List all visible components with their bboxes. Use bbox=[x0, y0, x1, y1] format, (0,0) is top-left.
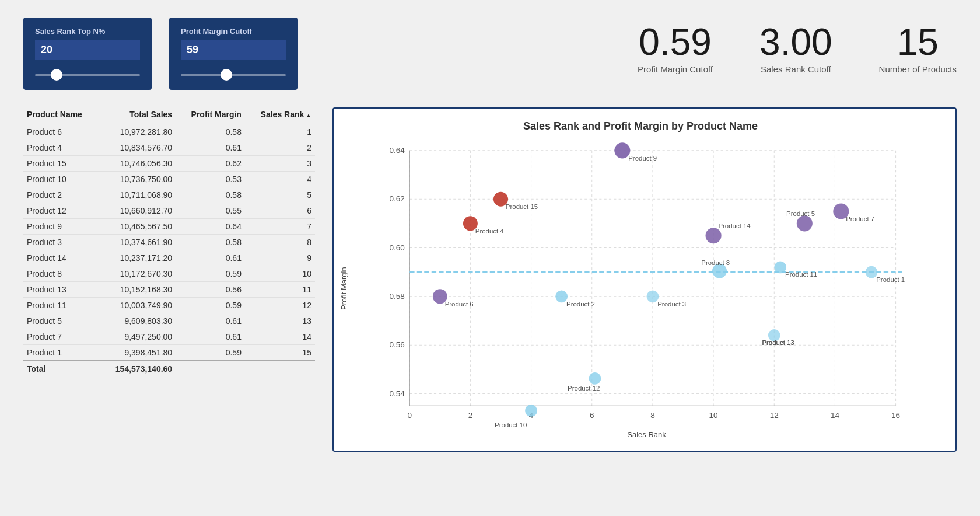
main-section: Product Name Total Sales Profit Margin S… bbox=[23, 107, 957, 452]
profit-margin-thumb[interactable] bbox=[220, 69, 232, 81]
kpi-num-products: 15 Number of Products bbox=[879, 23, 957, 74]
point-product14[interactable] bbox=[706, 228, 722, 243]
cell-product-name: Product 9 bbox=[23, 219, 99, 235]
col-profit-margin[interactable]: Profit Margin bbox=[176, 107, 245, 124]
col-product-name[interactable]: Product Name bbox=[23, 107, 99, 124]
cell-sales-rank: 9 bbox=[245, 250, 315, 266]
table-row: Product 2 10,711,068.90 0.58 5 bbox=[23, 187, 315, 203]
sales-rank-slider[interactable] bbox=[35, 69, 140, 81]
cell-total-sales: 10,746,056.30 bbox=[99, 156, 176, 172]
cell-sales-rank: 2 bbox=[245, 140, 315, 156]
profit-margin-control: Profit Margin Cutoff bbox=[169, 18, 298, 90]
cell-product-name: Product 6 bbox=[23, 124, 99, 140]
cell-sales-rank: 12 bbox=[245, 298, 315, 313]
cell-total-sales: 10,003,749.90 bbox=[99, 298, 176, 313]
svg-text:Product 14: Product 14 bbox=[718, 222, 751, 229]
svg-text:0.64: 0.64 bbox=[390, 146, 405, 155]
kpi-sales-rank-label: Sales Rank Cutoff bbox=[760, 64, 832, 74]
table-section: Product Name Total Sales Profit Margin S… bbox=[23, 107, 315, 452]
profit-margin-input[interactable] bbox=[181, 40, 286, 60]
sales-rank-thumb[interactable] bbox=[51, 69, 62, 81]
svg-text:0: 0 bbox=[407, 411, 412, 420]
cell-product-name: Product 4 bbox=[23, 140, 99, 156]
cell-product-name: Product 10 bbox=[23, 172, 99, 187]
svg-text:Product 4: Product 4 bbox=[475, 228, 505, 235]
table-body: Product 6 10,972,281.80 0.58 1 Product 4… bbox=[23, 124, 315, 361]
chart-inner: 0.54 0.56 0.58 0.60 0.62 0.64 0 2 4 6 8 … bbox=[352, 138, 942, 439]
table-row: Product 15 10,746,056.30 0.62 3 bbox=[23, 156, 315, 172]
scatter-chart: 0.54 0.56 0.58 0.60 0.62 0.64 0 2 4 6 8 … bbox=[352, 138, 942, 430]
point-product11[interactable] bbox=[774, 261, 786, 273]
svg-text:Product 3: Product 3 bbox=[657, 301, 686, 308]
cell-sales-rank: 15 bbox=[245, 345, 315, 361]
cell-product-name: Product 1 bbox=[23, 345, 99, 361]
svg-text:2: 2 bbox=[468, 411, 473, 420]
cell-sales-rank: 6 bbox=[245, 203, 315, 219]
point-product10[interactable] bbox=[525, 405, 537, 417]
svg-text:Product 13: Product 13 bbox=[762, 339, 794, 346]
table-row: Product 4 10,834,576.70 0.61 2 bbox=[23, 140, 315, 156]
sales-rank-input[interactable] bbox=[35, 40, 140, 60]
point-product1[interactable] bbox=[866, 266, 878, 278]
svg-text:Product 11: Product 11 bbox=[785, 271, 817, 278]
table-row: Product 14 10,237,171.20 0.61 9 bbox=[23, 250, 315, 266]
cell-sales-rank: 1 bbox=[245, 124, 315, 140]
cell-total-sales: 10,736,750.00 bbox=[99, 172, 176, 187]
profit-margin-track bbox=[181, 74, 286, 76]
cell-total-sales: 9,398,451.80 bbox=[99, 345, 176, 361]
svg-text:6: 6 bbox=[590, 411, 594, 420]
table-row: Product 13 10,152,168.30 0.56 11 bbox=[23, 282, 315, 298]
svg-text:0.54: 0.54 bbox=[390, 389, 405, 398]
cell-sales-rank: 13 bbox=[245, 313, 315, 329]
kpi-profit-margin-label: Profit Margin Cutoff bbox=[638, 64, 713, 74]
table-footer-row: Total 154,573,140.60 bbox=[23, 361, 315, 378]
cell-total-sales: 10,172,670.30 bbox=[99, 266, 176, 282]
table-row: Product 8 10,172,670.30 0.59 10 bbox=[23, 266, 315, 282]
col-sales-rank[interactable]: Sales Rank bbox=[245, 107, 315, 124]
cell-total-sales: 9,609,803.30 bbox=[99, 313, 176, 329]
total-label: Total bbox=[23, 361, 99, 378]
cell-sales-rank: 5 bbox=[245, 187, 315, 203]
svg-text:Product 2: Product 2 bbox=[566, 301, 595, 308]
product-table: Product Name Total Sales Profit Margin S… bbox=[23, 107, 315, 377]
cell-profit-margin: 0.58 bbox=[176, 235, 245, 250]
svg-text:10: 10 bbox=[709, 411, 718, 420]
cell-profit-margin: 0.59 bbox=[176, 345, 245, 361]
cell-sales-rank: 10 bbox=[245, 266, 315, 282]
profit-margin-slider[interactable] bbox=[181, 69, 286, 81]
cell-profit-margin: 0.55 bbox=[176, 203, 245, 219]
profit-margin-label: Profit Margin Cutoff bbox=[181, 27, 286, 36]
cell-total-sales: 10,374,661.90 bbox=[99, 235, 176, 250]
svg-text:Product 9: Product 9 bbox=[628, 155, 657, 162]
cell-product-name: Product 2 bbox=[23, 187, 99, 203]
svg-text:8: 8 bbox=[650, 411, 655, 420]
point-product12[interactable] bbox=[589, 372, 601, 385]
total-margin-blank bbox=[176, 361, 245, 378]
chart-section: Sales Rank and Profit Margin by Product … bbox=[332, 107, 957, 452]
svg-text:16: 16 bbox=[891, 411, 900, 420]
cell-sales-rank: 8 bbox=[245, 235, 315, 250]
svg-text:Product 10: Product 10 bbox=[495, 421, 527, 428]
cell-total-sales: 10,152,168.30 bbox=[99, 282, 176, 298]
sales-rank-control: Sales Rank Top N% bbox=[23, 18, 152, 90]
point-product2[interactable] bbox=[555, 290, 568, 302]
cell-product-name: Product 15 bbox=[23, 156, 99, 172]
svg-text:0.58: 0.58 bbox=[390, 292, 405, 301]
cell-product-name: Product 14 bbox=[23, 250, 99, 266]
top-section: Sales Rank Top N% Profit Margin Cutoff 0… bbox=[23, 18, 957, 90]
point-product3[interactable] bbox=[647, 290, 659, 302]
cell-product-name: Product 3 bbox=[23, 235, 99, 250]
cell-profit-margin: 0.58 bbox=[176, 187, 245, 203]
table-row: Product 10 10,736,750.00 0.53 4 bbox=[23, 172, 315, 187]
kpi-section: 0.59 Profit Margin Cutoff 3.00 Sales Ran… bbox=[315, 18, 957, 74]
col-total-sales[interactable]: Total Sales bbox=[99, 107, 176, 124]
svg-text:Product 6: Product 6 bbox=[445, 301, 474, 308]
sales-rank-track bbox=[35, 74, 140, 76]
kpi-sales-rank-value: 3.00 bbox=[760, 23, 832, 61]
cell-total-sales: 10,237,171.20 bbox=[99, 250, 176, 266]
y-axis-label: Profit Margin bbox=[340, 138, 348, 439]
point-product5[interactable] bbox=[797, 215, 813, 231]
table-row: Product 5 9,609,803.30 0.61 13 bbox=[23, 313, 315, 329]
kpi-sales-rank-cutoff: 3.00 Sales Rank Cutoff bbox=[760, 23, 832, 74]
cell-profit-margin: 0.61 bbox=[176, 250, 245, 266]
